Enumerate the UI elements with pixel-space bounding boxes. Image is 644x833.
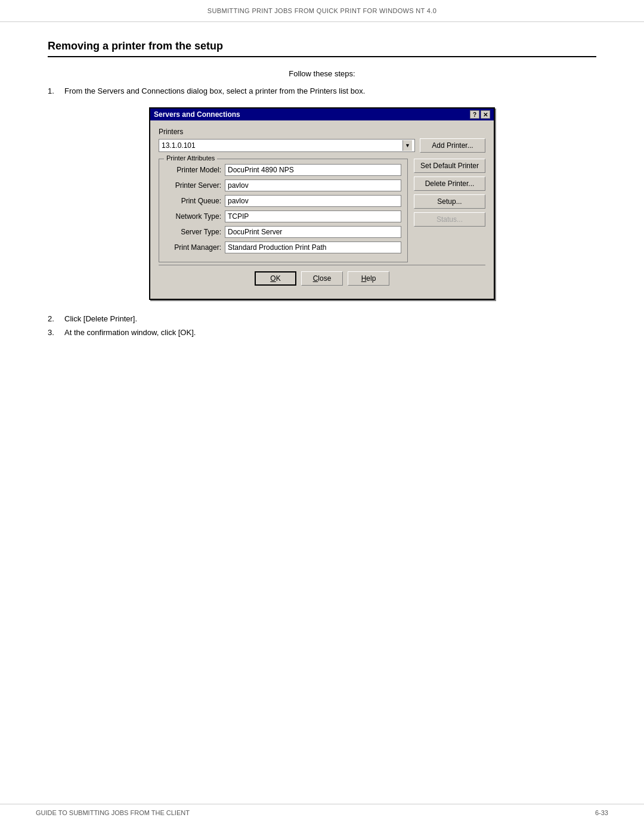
step-item-3: 3. At the confirmation window, click [OK… — [48, 328, 596, 337]
ok-button[interactable]: OK — [255, 271, 296, 286]
servers-connections-dialog: Servers and Connections ? ✕ Printers 13.… — [149, 107, 495, 300]
status-button: Status... — [414, 212, 485, 227]
intro-text: Follow these steps: — [48, 69, 596, 78]
attr-value-print-queue: pavlov — [225, 195, 401, 207]
steps-after: 2. Click [Delete Printer]. 3. At the con… — [48, 314, 596, 337]
attr-value-print-manager: Standard Production Print Path — [225, 241, 401, 253]
step-text-3: At the confirmation window, click [OK]. — [64, 328, 596, 337]
header-text: SUBMITTING PRINT JOBS FROM QUICK PRINT F… — [208, 7, 436, 14]
footer-left: GUIDE TO SUBMITTING JOBS FROM THE CLIENT — [36, 809, 190, 816]
attr-value-server-type: DocuPrint Server — [225, 226, 401, 238]
help-button[interactable]: Help — [348, 271, 389, 286]
close-button[interactable]: Close — [301, 271, 343, 286]
add-printer-button[interactable]: Add Printer... — [420, 138, 485, 153]
printer-ip-value: 13.1.0.101 — [162, 141, 196, 150]
printer-attributes-group: Printer Attributes Printer Model: DocuPr… — [159, 159, 408, 262]
dialog-body: Printers 13.1.0.101 ▼ Add Printer... P — [150, 120, 494, 299]
page-header: SUBMITTING PRINT JOBS FROM QUICK PRINT F… — [0, 0, 644, 22]
attr-label-print-manager: Print Manager: — [165, 243, 225, 252]
attr-value-printer-model: DocuPrint 4890 NPS — [225, 164, 401, 176]
dialog-titlebar: Servers and Connections ? ✕ — [150, 109, 494, 120]
attr-value-printer-server: pavlov — [225, 179, 401, 191]
page-content: Removing a printer from the setup Follow… — [0, 22, 644, 389]
delete-printer-button[interactable]: Delete Printer... — [414, 176, 485, 191]
page-footer: GUIDE TO SUBMITTING JOBS FROM THE CLIENT… — [0, 804, 644, 821]
step-item-1: 1. From the Servers and Connections dial… — [48, 86, 596, 95]
step-text-1: From the Servers and Connections dialog … — [64, 86, 596, 95]
dialog-wrapper: Servers and Connections ? ✕ Printers 13.… — [48, 107, 596, 300]
attr-label-printer-server: Printer Server: — [165, 181, 225, 190]
attr-label-print-queue: Print Queue: — [165, 197, 225, 205]
step-number-1: 1. — [48, 86, 60, 95]
dialog-help-button[interactable]: ? — [470, 110, 479, 119]
dialog-footer: OK Close Help — [159, 265, 485, 290]
attr-row-printer-server: Printer Server: pavlov — [165, 179, 401, 191]
attr-row-print-manager: Print Manager: Standard Production Print… — [165, 241, 401, 253]
attr-label-server-type: Server Type: — [165, 228, 225, 236]
side-buttons: Set Default Printer Delete Printer... Se… — [414, 159, 485, 262]
step-number-3: 3. — [48, 328, 60, 337]
group-legend: Printer Attributes — [164, 154, 217, 162]
setup-button[interactable]: Setup... — [414, 194, 485, 209]
printer-dropdown[interactable]: 13.1.0.101 ▼ — [159, 139, 415, 152]
attr-value-network-type: TCPIP — [225, 210, 401, 222]
dialog-controls: ? ✕ — [470, 110, 490, 119]
attr-label-printer-model: Printer Model: — [165, 166, 225, 174]
attr-label-network-type: Network Type: — [165, 212, 225, 221]
attr-row-server-type: Server Type: DocuPrint Server — [165, 226, 401, 238]
attr-row-network-type: Network Type: TCPIP — [165, 210, 401, 222]
dialog-title: Servers and Connections — [154, 110, 240, 119]
dialog-main-area: Printer Attributes Printer Model: DocuPr… — [159, 159, 485, 262]
attr-row-printer-model: Printer Model: DocuPrint 4890 NPS — [165, 164, 401, 176]
step-number-2: 2. — [48, 314, 60, 323]
printer-select-row: 13.1.0.101 ▼ Add Printer... — [159, 138, 485, 153]
dropdown-arrow-icon[interactable]: ▼ — [402, 140, 412, 151]
attr-row-print-queue: Print Queue: pavlov — [165, 195, 401, 207]
set-default-printer-button[interactable]: Set Default Printer — [414, 159, 485, 173]
step-item-2: 2. Click [Delete Printer]. — [48, 314, 596, 323]
dialog-close-button[interactable]: ✕ — [481, 110, 490, 119]
step-text-2: Click [Delete Printer]. — [64, 314, 596, 323]
section-title: Removing a printer from the setup — [48, 40, 596, 57]
footer-right: 6-33 — [595, 809, 608, 816]
steps-before-list: 1. From the Servers and Connections dial… — [48, 86, 596, 95]
printers-label: Printers — [159, 128, 485, 136]
